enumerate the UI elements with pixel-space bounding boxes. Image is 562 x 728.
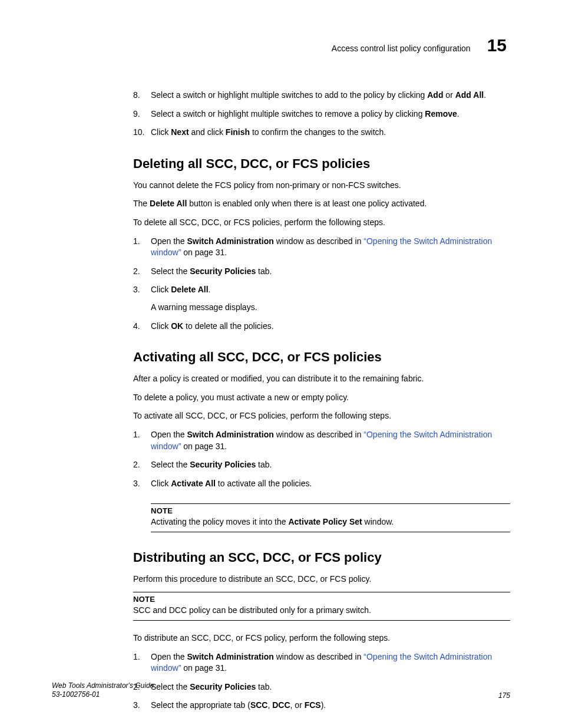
text: tab. — [256, 460, 272, 469]
ui-term: Add — [427, 90, 443, 100]
sec2-steps: Open the Switch Administration window as… — [133, 429, 510, 489]
note-box: NOTE SCC and DCC policy can be distribut… — [133, 592, 510, 621]
content-area: Select a switch or highlight multiple sw… — [52, 90, 510, 711]
ui-term: Activate Policy Set — [288, 517, 362, 526]
text: window as described in — [274, 430, 364, 439]
text: Select the — [151, 266, 190, 276]
footer-left: Web Tools Administrator's Guide 53-10027… — [52, 681, 154, 700]
text: . — [209, 285, 211, 294]
note-text: Activating the policy moves it into the … — [151, 516, 510, 528]
step-text: Select a switch or highlight multiple sw… — [151, 109, 425, 118]
body-text: Perform this procedure to distribute an … — [133, 574, 510, 585]
note-box: NOTE Activating the policy moves it into… — [151, 503, 510, 532]
text: Open the — [151, 430, 187, 439]
step-item: Click OK to delete all the policies. — [133, 321, 510, 332]
ui-term: Add All — [455, 90, 484, 100]
step-item: Open the Switch Administration window as… — [133, 651, 510, 674]
ui-term: Switch Administration — [187, 652, 274, 661]
running-header: Access control list policy configuration… — [52, 35, 510, 55]
ui-term: DCC — [272, 700, 290, 710]
ui-term: Delete All — [150, 199, 187, 208]
text: to delete all the policies. — [183, 321, 273, 331]
header-title: Access control list policy configuration — [332, 44, 471, 53]
body-text: The Delete All button is enabled only wh… — [133, 198, 510, 210]
text: window as described in — [274, 236, 364, 246]
ui-term: Remove — [425, 109, 457, 118]
substep-text: A warning message displays. — [151, 302, 510, 314]
text: to activate all the policies. — [216, 479, 312, 488]
text: on page 31. — [181, 442, 227, 451]
section-heading-activating: Activating all SCC, DCC, or FCS policies — [133, 350, 510, 365]
step-item: Select a switch or highlight multiple sw… — [133, 108, 510, 120]
step-item: Open the Switch Administration window as… — [133, 236, 510, 259]
page-number: 175 — [498, 691, 510, 700]
step-item: Select the Security Policies tab. — [133, 459, 510, 471]
body-text: To distribute an SCC, DCC, or FCS policy… — [133, 633, 510, 644]
body-text: To delete a policy, you must activate a … — [133, 392, 510, 404]
text: window as described in — [274, 652, 364, 661]
note-text: SCC and DCC policy can be distributed on… — [133, 605, 510, 617]
sec1-steps: Open the Switch Administration window as… — [133, 236, 510, 332]
section-heading-distributing: Distributing an SCC, DCC, or FCS policy — [133, 550, 510, 565]
body-text: After a policy is created or modified, y… — [133, 373, 510, 385]
text: Select the — [151, 460, 190, 469]
text: Open the — [151, 236, 187, 246]
text: Click — [151, 479, 171, 488]
ui-term: Finish — [226, 127, 250, 137]
step-text: . — [457, 109, 459, 118]
ui-term: Next — [171, 127, 189, 137]
text: The — [133, 199, 150, 208]
text: Select the appropriate tab ( — [151, 700, 250, 710]
step-item: Click Delete All. A warning message disp… — [133, 284, 510, 313]
ui-term: SCC — [250, 700, 268, 710]
page-footer: Web Tools Administrator's Guide 53-10027… — [52, 681, 510, 700]
text: on page 31. — [181, 248, 227, 257]
step-item: Click Next and click Finish to confirm t… — [133, 127, 510, 139]
ui-term: Activate All — [171, 479, 216, 488]
step-text: . — [484, 90, 486, 100]
chapter-number: 15 — [487, 35, 507, 55]
step-item: Click Activate All to activate all the p… — [133, 478, 510, 490]
step-text: or — [443, 90, 455, 100]
text: , or — [290, 700, 305, 710]
text: Click — [151, 321, 171, 331]
ui-term: OK — [171, 321, 183, 331]
text: tab. — [256, 266, 272, 276]
ui-term: Switch Administration — [187, 236, 274, 246]
step-item: Select the appropriate tab (SCC, DCC, or… — [133, 700, 510, 711]
ui-term: Security Policies — [190, 460, 256, 469]
step-item: Open the Switch Administration window as… — [133, 429, 510, 452]
ui-term: Security Policies — [190, 266, 256, 276]
section-heading-deleting: Deleting all SCC, DCC, or FCS policies — [133, 156, 510, 172]
text: on page 31. — [181, 663, 227, 673]
body-text: You cannot delete the FCS policy from no… — [133, 180, 510, 192]
note-label: NOTE — [133, 595, 510, 604]
doc-title: Web Tools Administrator's Guide — [52, 681, 154, 691]
ui-term: Delete All — [171, 285, 208, 294]
step-text: Select a switch or highlight multiple sw… — [151, 90, 427, 100]
doc-partnum: 53-1002756-01 — [52, 690, 154, 700]
page: Access control list policy configuration… — [0, 0, 562, 728]
text: Click — [151, 285, 171, 294]
note-label: NOTE — [151, 506, 510, 515]
ui-term: FCS — [305, 700, 321, 710]
step-text: and click — [189, 127, 226, 137]
text: button is enabled only when there is at … — [187, 199, 427, 208]
step-text: to confirm the changes to the switch. — [250, 127, 386, 137]
body-text: To delete all SCC, DCC, or FCS policies,… — [133, 217, 510, 229]
body-text: To activate all SCC, DCC, or FCS policie… — [133, 410, 510, 422]
text: window. — [362, 517, 394, 526]
step-text: Click — [151, 127, 171, 137]
step-item: Select a switch or highlight multiple sw… — [133, 90, 510, 101]
intro-steps: Select a switch or highlight multiple sw… — [133, 90, 510, 139]
ui-term: Switch Administration — [187, 430, 274, 439]
text: Activating the policy moves it into the — [151, 517, 288, 526]
step-item: Select the Security Policies tab. — [133, 266, 510, 278]
text: Open the — [151, 652, 187, 661]
text: ). — [321, 700, 326, 710]
